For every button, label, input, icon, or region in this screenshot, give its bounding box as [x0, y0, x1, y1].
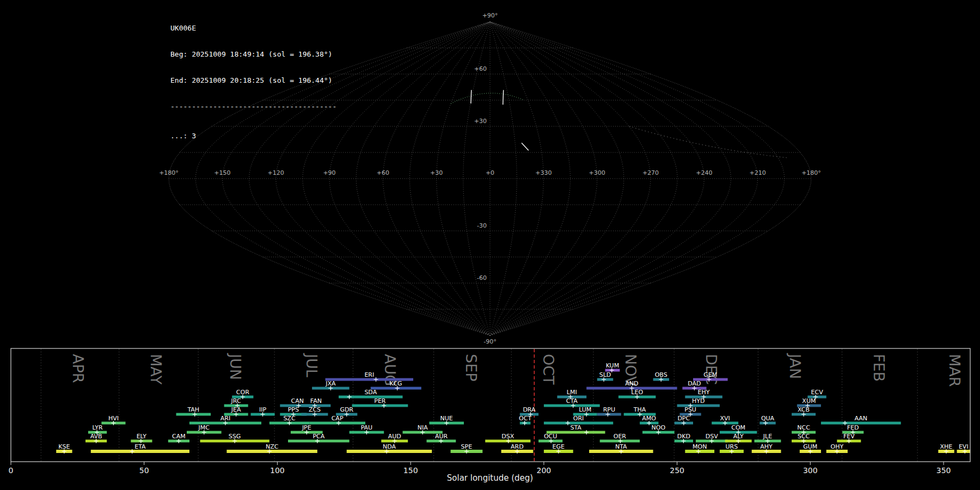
shower-bar-AAN	[821, 422, 901, 425]
shower-label-HVI: HVI	[108, 415, 119, 422]
month-label-OCT: OCT	[540, 354, 557, 385]
lon-label: +30	[430, 169, 443, 176]
shower-peak-ORI	[566, 421, 570, 425]
shower-label-NUE: NUE	[440, 415, 453, 422]
month-label-APR: APR	[70, 354, 87, 383]
lon-label: +180°	[159, 169, 179, 176]
shower-label-ETA: ETA	[134, 443, 146, 450]
shower-label-QUA: QUA	[761, 415, 775, 422]
lon-label: +90	[323, 169, 335, 176]
shower-label-NOO: NOO	[652, 424, 666, 431]
shower-label-PER: PER	[374, 397, 386, 405]
shower-label-FEV: FEV	[843, 433, 855, 440]
shower-bar-PER	[352, 405, 408, 407]
shower-label-COM: COM	[731, 424, 745, 431]
shower-label-JRC: JRC	[231, 397, 241, 405]
shower-label-THA: THA	[633, 406, 646, 413]
shower-label-DPC: DPC	[677, 415, 690, 422]
shower-label-ECV: ECV	[811, 389, 824, 396]
shower-label-XHE: XHE	[940, 443, 953, 450]
shower-label-KUM: KUM	[606, 362, 619, 369]
shower-label-FED: FED	[847, 424, 859, 431]
shower-label-STA: STA	[570, 424, 581, 431]
lon-label: +180°	[801, 169, 821, 176]
lon-label: +150	[214, 169, 230, 176]
lon-label: +0	[486, 169, 494, 176]
shower-label-AHY: AHY	[760, 443, 773, 450]
shower-label-AAN: AAN	[855, 415, 868, 422]
month-label-MAY: MAY	[148, 354, 164, 385]
shower-label-GEM: GEM	[703, 371, 717, 378]
shower-label-ARD: ARD	[511, 443, 524, 450]
lon-label: +60	[377, 169, 389, 176]
shower-label-CAM: CAM	[172, 433, 186, 440]
shower-label-NIA: NIA	[418, 424, 428, 431]
shower-label-CAP: CAP	[332, 415, 344, 422]
shower-peak-ERI	[374, 377, 378, 382]
shower-label-SPE: SPE	[461, 443, 473, 450]
shower-label-LEO: LEO	[631, 389, 643, 396]
shower-label-ALY: ALY	[733, 433, 744, 440]
shower-bar-ETA	[91, 450, 189, 453]
lon-label: +120	[268, 169, 284, 176]
month-label-JUL: JUL	[303, 353, 320, 377]
shower-label-AMO: AMO	[642, 415, 656, 422]
lon-label: +270	[642, 169, 659, 176]
meteor-observation-plot: +90°+60+30-30-60-90°+180°+150+120+90+60+…	[0, 0, 980, 490]
shower-label-SLD: SLD	[599, 371, 611, 378]
shower-label-OER: OER	[614, 433, 627, 440]
shower-label-PCA: PCA	[313, 433, 324, 440]
shower-label-EHY: EHY	[698, 389, 710, 396]
meteor-track	[471, 90, 471, 103]
shower-label-ARI: ARI	[220, 415, 230, 422]
shower-label-OCT: OCT	[519, 415, 531, 422]
shower-label-NDA: NDA	[383, 443, 396, 450]
shower-label-XVI: XVI	[720, 415, 730, 422]
shower-label-PAU: PAU	[361, 424, 373, 431]
shower-label-AUD: AUD	[388, 433, 401, 440]
shower-label-EVI: EVI	[959, 443, 969, 450]
shower-label-ELY: ELY	[137, 433, 147, 440]
meteor-count: ...: 3	[170, 132, 336, 140]
shower-label-JLE: JLE	[763, 433, 772, 440]
month-label-JAN: JAN	[787, 353, 804, 379]
shower-label-SDA: SDA	[364, 389, 377, 396]
shower-label-GDR: GDR	[340, 406, 353, 413]
shower-label-LUM: LUM	[579, 406, 591, 413]
shower-label-EGE: EGE	[553, 443, 565, 450]
observation-info: UK006E Beg: 20251009 18:49:14 (sol = 196…	[170, 7, 336, 158]
shower-label-COR: COR	[236, 389, 249, 396]
lat-label: +90°	[482, 12, 498, 19]
begin-time: Beg: 20251009 18:49:14 (sol = 196.38°)	[170, 50, 336, 59]
shower-label-OBS: OBS	[655, 371, 667, 378]
shower-label-OHY: OHY	[830, 443, 843, 450]
shower-label-SZC: SZC	[283, 415, 296, 422]
shower-label-FAN: FAN	[310, 397, 322, 405]
end-time: End: 20251009 20:18:25 (sol = 196.44°)	[170, 76, 336, 85]
shower-label-URS: URS	[726, 443, 738, 450]
shower-label-JPE: JPE	[302, 424, 311, 431]
shower-label-HYD: HYD	[692, 397, 705, 405]
shower-label-KSE: KSE	[58, 443, 70, 450]
shower-label-SCC: SCC	[798, 433, 810, 440]
shower-label-DSV: DSV	[706, 433, 718, 440]
month-label-JUN: JUN	[227, 353, 244, 380]
lon-label: +210	[750, 169, 766, 176]
shower-label-ORI: ORI	[573, 415, 584, 422]
month-label-SEP: SEP	[463, 354, 480, 381]
shower-label-IIP: IIP	[259, 406, 266, 413]
shower-label-NCC: NCC	[797, 424, 810, 431]
lat-label: -30	[477, 222, 487, 229]
lon-label: +330	[535, 169, 552, 176]
shower-label-SSG: SSG	[229, 433, 241, 440]
shower-label-RPU: RPU	[603, 406, 615, 413]
month-grid: APRMAYJUNJULAUGSEPOCTNOVDECJANFEBMAR	[41, 349, 963, 461]
lat-label: -60	[477, 274, 487, 281]
shower-label-CTA: CTA	[566, 397, 578, 405]
lon-label: +240	[696, 169, 712, 176]
shower-label-JMC: JMC	[198, 424, 210, 431]
shower-bar-NZC	[226, 450, 317, 453]
shower-label-DRA: DRA	[523, 406, 536, 413]
shower-label-ERI: ERI	[364, 371, 374, 378]
shower-label-KCG: KCG	[390, 380, 402, 387]
